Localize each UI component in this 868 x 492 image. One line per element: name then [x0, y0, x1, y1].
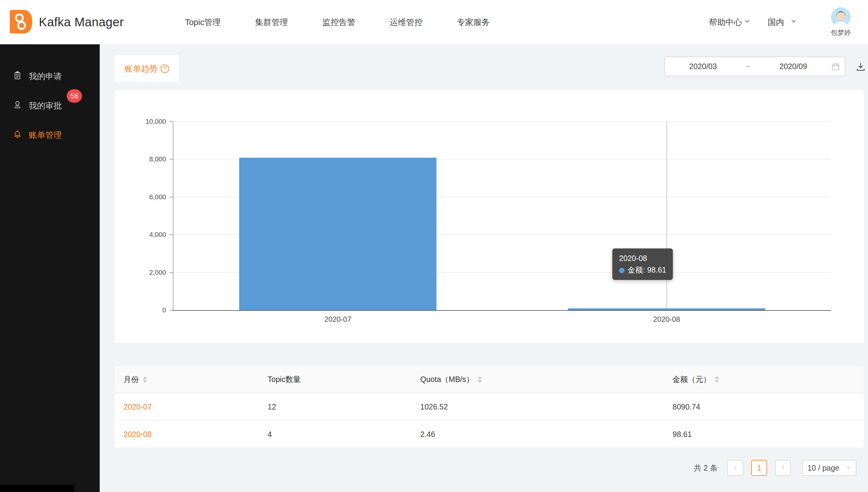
app-title: Kafka Manager	[39, 15, 124, 29]
cell-amount: 98.61	[664, 421, 864, 448]
tooltip-title: 2020-08	[619, 253, 666, 264]
sidebar-item-my-approvals[interactable]: 我的审批 58	[0, 91, 100, 120]
chevron-down-icon	[790, 18, 797, 27]
chart-card: 02,0004,0006,0008,00010,0002020-072020-0…	[115, 90, 864, 343]
col-quota-label: Quota（MB/s）	[420, 374, 474, 385]
bar-2020-07[interactable]	[239, 158, 437, 310]
table-row: 2020-08 4 2.46 98.61	[115, 421, 864, 448]
table-row: 2020-07 12 1026.52 8090.74	[115, 393, 864, 421]
tooltip-text: 金额: 98.61	[628, 266, 666, 274]
nav-item-topic-management[interactable]: Topic管理	[185, 17, 221, 28]
y-tick-label: 6,000	[106, 193, 166, 201]
question-circle-icon[interactable]	[161, 65, 169, 73]
chevron-right-icon	[780, 464, 786, 472]
region-label: 国内	[768, 17, 784, 28]
tooltip-row: 金额: 98.61	[619, 264, 666, 276]
page-size-select[interactable]: 10 / page	[802, 460, 857, 476]
col-amount-label: 金额（元）	[673, 374, 711, 385]
col-topic-count: Topic数量	[259, 366, 412, 393]
chevron-down-icon	[845, 464, 851, 472]
y-tick-mark	[169, 272, 173, 273]
sidebar-item-label: 账单管理	[29, 129, 62, 141]
sorter-icon[interactable]	[478, 376, 482, 383]
sidebar-item-label: 我的审批	[29, 100, 62, 111]
tab-bill-trend-label: 账单趋势	[124, 63, 158, 74]
approval-count-badge: 58	[67, 89, 82, 103]
total-count: 共 2 条	[694, 463, 718, 473]
col-topic-count-label: Topic数量	[267, 374, 301, 385]
y-tick-mark	[169, 235, 173, 235]
y-tick-mark	[169, 310, 173, 311]
y-tick-label: 2,000	[106, 268, 166, 277]
x-tick-label: 2020-07	[292, 315, 384, 324]
top-navbar: Kafka Manager Topic管理 集群管理 监控告警 运维管控 专家服…	[0, 0, 868, 44]
cell-topic-count: 4	[259, 421, 412, 448]
col-month-label: 月份	[123, 374, 139, 385]
clipboard-icon	[13, 71, 22, 82]
y-tick-label: 4,000	[106, 230, 166, 239]
sorter-icon[interactable]	[143, 376, 147, 383]
sidebar: 我的申请 我的审批 58 账单管理	[0, 44, 100, 492]
user-menu[interactable]: 包梦婷	[831, 7, 851, 37]
sorter-icon[interactable]	[715, 376, 719, 383]
sidebar-item-label: 我的申请	[29, 71, 62, 82]
download-icon[interactable]	[854, 61, 867, 73]
alarm-icon	[13, 129, 22, 141]
sidebar-bottom-strip	[0, 485, 74, 492]
y-tick-label: 10,000	[106, 117, 166, 126]
main-nav: Topic管理 集群管理 监控告警 运维管控 专家服务	[185, 17, 490, 28]
nav-item-monitor-alerts[interactable]: 监控告警	[322, 17, 355, 28]
help-center-label: 帮助中心	[709, 17, 742, 28]
date-start[interactable]: 2020/03	[665, 62, 741, 71]
brand: Kafka Manager	[8, 9, 124, 36]
next-page-button[interactable]	[775, 460, 791, 476]
col-amount: 金额（元）	[664, 366, 864, 393]
chart-tooltip: 2020-08 金额: 98.61	[612, 248, 673, 280]
help-center-menu[interactable]: 帮助中心	[709, 17, 751, 28]
nav-item-cluster-management[interactable]: 集群管理	[255, 17, 288, 28]
cell-amount: 8090.74	[664, 393, 864, 420]
header-right: 帮助中心 国内	[709, 7, 851, 37]
nav-item-ops-control[interactable]: 运维管控	[390, 17, 423, 28]
table-header-row: 月份 Topic数量 Quota（MB/s） 金额（元）	[115, 366, 864, 393]
chevron-left-icon	[732, 464, 738, 472]
crosshair-line	[666, 122, 667, 310]
cell-month-link[interactable]: 2020-07	[123, 402, 152, 411]
gridline	[173, 121, 831, 122]
nav-item-expert-service[interactable]: 专家服务	[457, 17, 490, 28]
region-menu[interactable]: 国内	[768, 17, 797, 28]
y-tick-label: 8,000	[106, 155, 166, 164]
tooltip-dot	[619, 268, 625, 273]
calendar-icon	[831, 62, 840, 71]
x-tick-label: 2020-08	[621, 315, 713, 324]
y-axis-line	[173, 122, 173, 310]
x-axis-line	[173, 310, 831, 311]
date-range-picker[interactable]: 2020/03 ~ 2020/09	[664, 56, 845, 76]
stamp-icon	[13, 100, 22, 112]
y-tick-mark	[169, 197, 173, 197]
app-logo-icon[interactable]	[8, 9, 33, 36]
cell-topic-count: 12	[259, 393, 412, 420]
pagination: 共 2 条 1 10 / page	[694, 460, 857, 476]
tab-bill-trend[interactable]: 账单趋势	[115, 55, 179, 82]
y-tick-mark	[169, 159, 173, 159]
prev-page-button[interactable]	[727, 460, 743, 476]
content: 账单趋势 2020/03 ~ 2020/09 02,0004,0006,	[100, 44, 868, 492]
sidebar-item-billing-management[interactable]: 账单管理	[0, 120, 100, 150]
cell-quota: 2.46	[412, 421, 664, 448]
col-quota: Quota（MB/s）	[412, 366, 664, 393]
page: Kafka Manager Topic管理 集群管理 监控告警 运维管控 专家服…	[0, 0, 868, 492]
cell-month-link[interactable]: 2020-08	[123, 430, 152, 439]
page-size-value: 10 / page	[807, 464, 839, 472]
chevron-down-icon	[744, 18, 751, 27]
billing-table: 月份 Topic数量 Quota（MB/s） 金额（元） 2020-07 12	[115, 366, 864, 448]
page-1-button[interactable]: 1	[751, 460, 767, 476]
cell-quota: 1026.52	[412, 393, 664, 420]
date-separator: ~	[741, 62, 755, 71]
y-tick-label: 0	[106, 306, 166, 315]
sidebar-item-my-applications[interactable]: 我的申请	[0, 62, 100, 91]
col-month: 月份	[115, 366, 259, 393]
username: 包梦婷	[831, 28, 851, 37]
date-end[interactable]: 2020/09	[755, 62, 831, 71]
y-tick-mark	[169, 121, 173, 122]
